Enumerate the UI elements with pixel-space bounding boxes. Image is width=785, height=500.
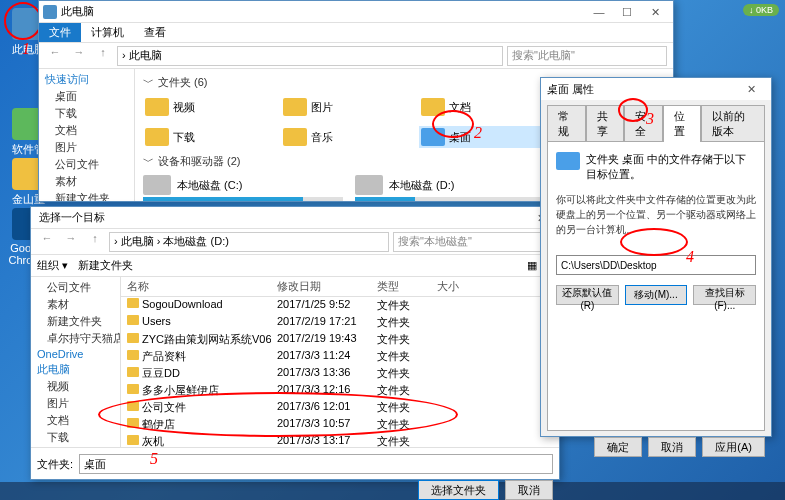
dlg-address-bar[interactable]: › 此电脑 › 本地磁盘 (D:) [109,232,389,252]
folder-downloads[interactable]: 下载 [143,126,273,148]
folder-music[interactable]: 音乐 [281,126,411,148]
ribbon-tab-file[interactable]: 文件 [39,23,81,42]
props-cancel-button[interactable]: 取消 [648,437,696,457]
folder-video[interactable]: 视频 [143,96,273,118]
explorer-icon [43,5,57,19]
organize-menu[interactable]: 组织 ▾ [37,258,68,273]
col-type[interactable]: 类型 [371,277,431,296]
drive-c[interactable]: 本地磁盘 (C:) 9.74 GB 可用，共 50.0 GB [143,175,343,201]
dlg-nav-back[interactable]: ← [37,232,57,252]
annotation-ellipse-5 [98,392,458,437]
props-line1: 文件夹 桌面 中的文件存储于以下目标位置。 [586,152,756,182]
move-button[interactable]: 移动(M)... [625,285,688,305]
drive-icon [355,175,383,195]
dtree-onedrive[interactable]: OneDrive [33,347,118,361]
list-row[interactable]: SogouDownload2017/1/25 9:52文件夹 [121,297,559,314]
ribbon-tab-computer[interactable]: 计算机 [81,23,134,42]
props-close-button[interactable]: ✕ [737,79,765,99]
dlg-nav-fwd[interactable]: → [61,232,81,252]
tab-previous[interactable]: 以前的版本 [701,105,765,142]
list-row[interactable]: 豆豆DD2017/3/3 13:36文件夹 [121,365,559,382]
cancel-button[interactable]: 取消 [505,480,553,500]
dtree-music[interactable]: 音乐 [33,446,118,447]
tab-location[interactable]: 位置 [663,105,702,142]
folder-label: 文件夹: [37,457,73,472]
drive-d[interactable]: 本地磁盘 (D:) 42.9 GB 可用，共 61.7 GB [355,175,555,201]
col-date[interactable]: 修改日期 [271,277,371,296]
list-row[interactable]: ZYC路由策划网站系统V06商业版-Buil...2017/2/19 19:43… [121,331,559,348]
folder-pics[interactable]: 图片 [281,96,411,118]
folder-icon [556,152,580,170]
new-folder-button[interactable]: 新建文件夹 [78,258,133,273]
annotation-num-4: 4 [686,248,694,266]
dtree-newfolder[interactable]: 新建文件夹 [33,313,118,330]
col-size[interactable]: 大小 [431,277,481,296]
dtree-downloads[interactable]: 下载 [33,429,118,446]
select-folder-button[interactable]: 选择文件夹 [418,480,499,500]
tree-desktop[interactable]: 桌面 [41,88,132,105]
dialog-title: 选择一个目标 [35,210,527,225]
props-title: 桌面 属性 [547,82,737,97]
dtree-zuoer[interactable]: 卓尔持守天猫店 [33,330,118,347]
tab-general[interactable]: 常规 [547,105,586,142]
drive-icon [143,175,171,195]
annotation-num-1: 1 [22,40,30,58]
ribbon: 文件 计算机 查看 [39,23,673,43]
tree-newfolder[interactable]: 新建文件夹 [41,190,132,201]
location-path-input[interactable] [556,255,756,275]
apply-button[interactable]: 应用(A) [702,437,765,457]
properties-dialog: 桌面 属性 ✕ 常规 共享 安全 位置 以前的版本 文件夹 桌面 中的文件存储于… [540,77,772,437]
network-speed-badge: ↓ 0KB [743,4,779,16]
col-name[interactable]: 名称 [121,277,271,296]
annotation-circle-2 [432,110,474,138]
tree-docs[interactable]: 文档 [41,122,132,139]
folder-dialog: 选择一个目标 ✕ ← → ↑ › 此电脑 › 本地磁盘 (D:) 搜索"本地磁盘… [30,206,560,480]
annotation-num-2: 2 [474,124,482,142]
ribbon-tab-view[interactable]: 查看 [134,23,176,42]
annotation-num-5: 5 [150,450,158,468]
explorer-title: 此电脑 [57,4,585,19]
ok-button[interactable]: 确定 [594,437,642,457]
nav-fwd-icon[interactable]: → [69,46,89,66]
list-row[interactable]: Users2017/2/19 17:21文件夹 [121,314,559,331]
dtree-company[interactable]: 公司文件 [33,279,118,296]
search-input[interactable]: 搜索"此电脑" [507,46,667,66]
nav-up-icon[interactable]: ↑ [93,46,113,66]
dtree-video[interactable]: 视频 [33,378,118,395]
close-button[interactable]: ✕ [641,2,669,22]
dlg-search-input[interactable]: 搜索"本地磁盘" [393,232,553,252]
annotation-circle-4 [620,228,688,256]
annotation-circle-3 [618,98,648,122]
annotation-num-3: 3 [646,110,654,128]
nav-back-icon[interactable]: ← [45,46,65,66]
view-icons-button[interactable]: ▦ [527,259,537,272]
maximize-button[interactable]: ☐ [613,2,641,22]
address-bar[interactable]: › 此电脑 [117,46,503,66]
tree-downloads[interactable]: 下载 [41,105,132,122]
dtree-thispc[interactable]: 此电脑 [33,361,118,378]
list-row[interactable]: 产品资料2017/3/3 11:24文件夹 [121,348,559,365]
nav-tree: 快速访问 桌面 下载 文档 图片 公司文件 素材 新建文件夹 卓尔持守天猫店 O… [39,69,135,201]
dtree-material[interactable]: 素材 [33,296,118,313]
tree-pics[interactable]: 图片 [41,139,132,156]
tree-quick[interactable]: 快速访问 [41,71,132,88]
annotation-circle-1 [4,2,42,40]
find-target-button[interactable]: 查找目标(F)... [693,285,756,305]
tree-company[interactable]: 公司文件 [41,156,132,173]
minimize-button[interactable]: — [585,2,613,22]
restore-default-button[interactable]: 还原默认值(R) [556,285,619,305]
tree-material[interactable]: 素材 [41,173,132,190]
dlg-nav-up[interactable]: ↑ [85,232,105,252]
